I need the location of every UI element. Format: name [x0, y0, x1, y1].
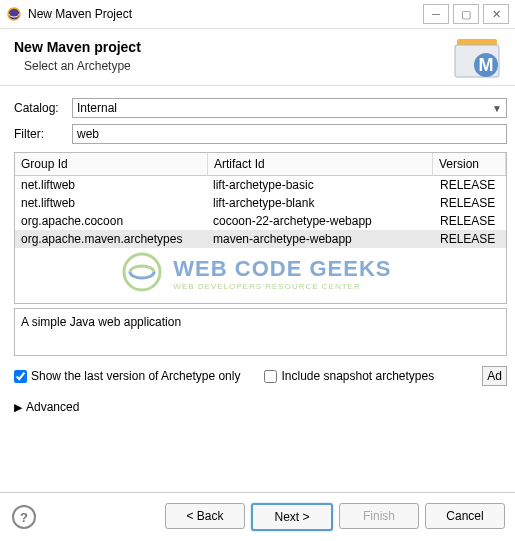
cell-artifact: maven-archetype-webapp	[207, 230, 434, 248]
page-title: New Maven project	[14, 39, 501, 55]
filter-input[interactable]	[72, 124, 507, 144]
archetype-description: A simple Java web application	[14, 308, 507, 356]
catalog-label: Catalog:	[14, 101, 72, 115]
catalog-row: Catalog: Internal ▼	[14, 98, 507, 118]
catalog-select[interactable]: Internal ▼	[72, 98, 507, 118]
add-archetype-button[interactable]: Ad	[482, 366, 507, 386]
svg-point-0	[8, 8, 20, 20]
table-body: net.liftweblift-archetype-basicRELEASEne…	[15, 176, 506, 248]
show-last-version-input[interactable]	[14, 370, 27, 383]
finish-button: Finish	[339, 503, 419, 529]
archetype-table[interactable]: Group Id Artifact Id Version net.liftweb…	[14, 152, 507, 304]
cell-version: RELEASE	[434, 212, 506, 230]
include-snapshot-checkbox[interactable]: Include snapshot archetypes	[264, 369, 434, 383]
cell-group: net.liftweb	[15, 176, 207, 194]
filter-label: Filter:	[14, 127, 72, 141]
svg-text:M: M	[479, 55, 494, 75]
maximize-button[interactable]: ▢	[453, 4, 479, 24]
cell-artifact: cocoon-22-archetype-webapp	[207, 212, 434, 230]
page-subtitle: Select an Archetype	[24, 59, 501, 73]
column-group-id[interactable]: Group Id	[15, 153, 208, 175]
cell-artifact: lift-archetype-blank	[207, 194, 434, 212]
column-artifact-id[interactable]: Artifact Id	[208, 153, 433, 175]
table-row[interactable]: org.apache.maven.archetypesmaven-archety…	[15, 230, 506, 248]
include-snapshot-label: Include snapshot archetypes	[281, 369, 434, 383]
dialog-footer: ? < Back Next > Finish Cancel	[0, 492, 515, 541]
close-button[interactable]: ✕	[483, 4, 509, 24]
cell-group: org.apache.maven.archetypes	[15, 230, 207, 248]
catalog-value: Internal	[77, 101, 117, 115]
content-area: Catalog: Internal ▼ Filter: Group Id Art…	[0, 86, 515, 414]
cell-version: RELEASE	[434, 176, 506, 194]
back-button[interactable]: < Back	[165, 503, 245, 529]
maven-banner-icon: M	[453, 37, 501, 81]
window-title: New Maven Project	[28, 7, 423, 21]
dialog-header: New Maven project Select an Archetype M	[0, 29, 515, 86]
show-last-version-checkbox[interactable]: Show the last version of Archetype only	[14, 369, 240, 383]
cell-group: org.apache.cocoon	[15, 212, 207, 230]
cell-group: net.liftweb	[15, 194, 207, 212]
cancel-button[interactable]: Cancel	[425, 503, 505, 529]
advanced-label: Advanced	[26, 400, 79, 414]
cell-version: RELEASE	[434, 230, 506, 248]
filter-row: Filter:	[14, 124, 507, 144]
eclipse-icon	[6, 6, 22, 22]
column-version[interactable]: Version	[433, 153, 506, 175]
show-last-version-label: Show the last version of Archetype only	[31, 369, 240, 383]
table-row[interactable]: net.liftweblift-archetype-basicRELEASE	[15, 176, 506, 194]
table-header: Group Id Artifact Id Version	[15, 153, 506, 176]
title-bar: New Maven Project ─ ▢ ✕	[0, 0, 515, 29]
triangle-right-icon: ▶	[14, 401, 22, 414]
table-row[interactable]: net.liftweblift-archetype-blankRELEASE	[15, 194, 506, 212]
next-button[interactable]: Next >	[251, 503, 333, 531]
include-snapshot-input[interactable]	[264, 370, 277, 383]
advanced-toggle[interactable]: ▶ Advanced	[14, 400, 507, 414]
chevron-down-icon: ▼	[492, 103, 502, 114]
cell-version: RELEASE	[434, 194, 506, 212]
table-row[interactable]: org.apache.cocooncocoon-22-archetype-web…	[15, 212, 506, 230]
options-row: Show the last version of Archetype only …	[14, 366, 507, 386]
cell-artifact: lift-archetype-basic	[207, 176, 434, 194]
minimize-button[interactable]: ─	[423, 4, 449, 24]
help-icon[interactable]: ?	[12, 505, 36, 529]
